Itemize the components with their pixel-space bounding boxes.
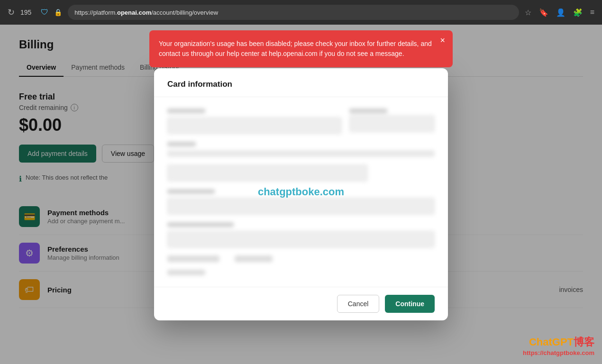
modal-title: Card information (154, 68, 448, 97)
blur-row-2 (167, 142, 435, 157)
browser-action-icons: ☆ 🔖 👤 🧩 ≡ (525, 8, 594, 17)
card-information-modal: Card information (154, 68, 448, 320)
shield-icon: 🛡 (41, 8, 48, 17)
extensions-icon[interactable]: 🧩 (573, 8, 583, 17)
blur-row-1 (167, 109, 435, 134)
blur-field (235, 255, 273, 262)
blur-label (167, 222, 234, 227)
blur-label (167, 142, 196, 146)
blur-field (349, 115, 435, 132)
tab-count: 195 (20, 9, 31, 16)
star-icon[interactable]: ☆ (525, 8, 531, 17)
blur-row-4 (167, 189, 435, 215)
url-domain: openai.com (117, 9, 151, 16)
alert-message: Your organization's usage has been disab… (159, 40, 432, 57)
blur-row-7 (167, 270, 435, 275)
blur-label (349, 109, 387, 113)
modal-backdrop: Card information (0, 25, 602, 364)
page-content: Billing Overview Payment methods Billing… (0, 25, 602, 364)
blur-group (167, 222, 435, 248)
cancel-button[interactable]: Cancel (337, 295, 380, 313)
url-path: /account/billing/overview (151, 9, 218, 16)
blur-field (167, 231, 435, 248)
blur-row-3 (167, 164, 435, 182)
profile-icon[interactable]: 👤 (556, 8, 566, 17)
pocket-icon[interactable]: 🔖 (539, 8, 548, 17)
blur-small-group (235, 255, 273, 262)
browser-chrome: ↻ 195 🛡 🔒 https://platform.openai.com/ac… (0, 0, 602, 25)
alert-close-button[interactable]: × (440, 36, 445, 45)
blur-label (167, 189, 215, 194)
blurred-card-form (154, 97, 448, 287)
blur-group (167, 109, 342, 134)
blur-field (167, 198, 435, 215)
menu-icon[interactable]: ≡ (590, 8, 594, 17)
blur-row-5 (167, 222, 435, 248)
blur-group-right (349, 109, 435, 134)
blur-field (167, 164, 368, 182)
blur-group (167, 142, 435, 157)
blur-field (167, 117, 342, 134)
blur-field (167, 150, 435, 157)
url-bar[interactable]: https://platform.openai.com/account/bill… (68, 5, 519, 20)
blur-group (167, 189, 435, 215)
continue-button[interactable]: Continue (385, 295, 435, 313)
url-prefix: https://platform. (74, 9, 117, 16)
blur-row-6 (167, 255, 435, 262)
blur-field (167, 270, 205, 275)
blur-group (167, 164, 435, 182)
blur-label (167, 109, 205, 113)
blur-field (167, 255, 219, 262)
lock-icon: 🔒 (54, 9, 62, 16)
modal-body: chatgptboke.com (154, 97, 448, 287)
alert-banner: Your organization's usage has been disab… (149, 30, 453, 67)
modal-footer: Cancel Continue (154, 287, 448, 320)
loading-spinner: ↻ (8, 7, 15, 18)
blur-small-group (167, 255, 219, 262)
